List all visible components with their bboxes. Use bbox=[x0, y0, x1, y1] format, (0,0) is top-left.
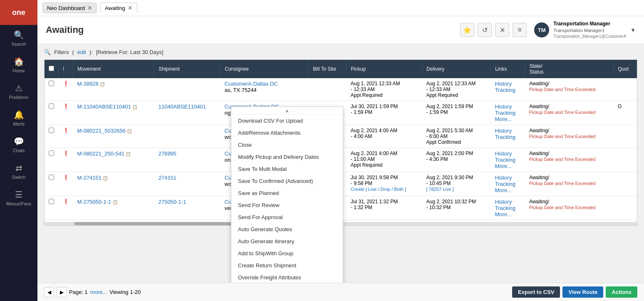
tracking-link[interactable]: Tracking bbox=[495, 87, 515, 93]
star-button[interactable]: ⭐ bbox=[460, 23, 474, 37]
user-details: Transportation Manager Transportation Ma… bbox=[553, 20, 626, 39]
more-link[interactable]: More... bbox=[495, 211, 512, 217]
row-checkbox[interactable] bbox=[49, 199, 54, 204]
app-logo: one bbox=[0, 0, 37, 25]
export-csv-button[interactable]: Export to CSV bbox=[512, 286, 560, 298]
more-link[interactable]: More... bbox=[495, 163, 512, 169]
more-link[interactable]: More... bbox=[495, 187, 512, 193]
menu-toggle-button[interactable]: ≡ bbox=[513, 23, 527, 37]
menu-item-save-multi-modal[interactable]: Save To Multi Modal bbox=[231, 163, 343, 175]
row-movement: M-080221_250-541 📋 bbox=[73, 148, 154, 172]
shipment-link[interactable]: 275050-1-1 bbox=[159, 199, 186, 205]
history-link[interactable]: History bbox=[495, 199, 512, 205]
row-checkbox[interactable] bbox=[49, 150, 54, 156]
sidebar-label-search: Search bbox=[12, 42, 26, 47]
row-quot: O bbox=[614, 101, 637, 125]
history-link[interactable]: History bbox=[495, 128, 512, 134]
menu-item-save-planned[interactable]: Save as Planned bbox=[231, 187, 343, 199]
menu-item-auto-itinerary[interactable]: Auto Generate Itinerary bbox=[231, 235, 343, 247]
row-movement: M-38928 📋 bbox=[73, 78, 154, 101]
row-exclamation: ❗ bbox=[59, 125, 73, 148]
movement-link[interactable]: M-274151 bbox=[77, 175, 102, 181]
menu-item-create-return[interactable]: Create Return Shipment bbox=[231, 259, 343, 271]
tracking-link[interactable]: Tracking bbox=[495, 205, 515, 211]
context-menu: ▲ Download CSV For Upload Add/Remove Att… bbox=[231, 106, 343, 283]
tracking-link[interactable]: Tracking bbox=[495, 157, 515, 163]
col-exclamation: ! bbox=[59, 60, 73, 78]
row-checkbox[interactable] bbox=[49, 81, 54, 86]
row-quot bbox=[614, 148, 637, 172]
actions-button[interactable]: Actions bbox=[606, 286, 637, 298]
sidebar-item-home[interactable]: 🏠 Home bbox=[0, 52, 37, 78]
movement-link[interactable]: M-080221_250-541 bbox=[77, 150, 124, 157]
row-state: Awaiting/Pickup Date and Time Exceeded bbox=[525, 78, 614, 101]
sidebar-item-menus[interactable]: ☰ Menus/Favs bbox=[0, 185, 37, 211]
view-route-button[interactable]: View Route bbox=[562, 286, 603, 298]
menu-item-download-csv[interactable]: Download CSV For Upload bbox=[231, 115, 343, 127]
history-link[interactable]: History bbox=[495, 150, 512, 157]
close-awaiting-icon[interactable]: ✕ bbox=[128, 5, 133, 11]
more-link[interactable]: More... bbox=[495, 116, 512, 122]
menu-item-add-remove-attachments[interactable]: Add/Remove Attachments bbox=[231, 127, 343, 139]
menu-item-send-review[interactable]: Send For Review bbox=[231, 199, 343, 211]
row-state: Awaiting/Pickup Date and Time Exceeded bbox=[525, 172, 614, 196]
menu-item-send-approval[interactable]: Send For Approval bbox=[231, 211, 343, 223]
history-link[interactable]: History bbox=[495, 104, 512, 110]
row-pickup: Jul 30, 2021 1:59 PM- 1:59 PM bbox=[347, 101, 422, 125]
tab-neo-dashboard[interactable]: Neo Dashboard ✕ bbox=[42, 2, 97, 13]
tracking-link[interactable]: Tracking bbox=[495, 110, 515, 116]
tracking-link[interactable]: Tracking bbox=[495, 181, 515, 187]
history-link[interactable]: History bbox=[495, 81, 512, 87]
more-pages-link[interactable]: more... bbox=[90, 289, 107, 295]
sidebar-item-alerts[interactable]: 🔔 Alerts bbox=[0, 105, 37, 131]
row-movement: M-080221_5032656 📋 bbox=[73, 125, 154, 148]
switch-icon: ⇄ bbox=[15, 163, 22, 173]
sidebar-item-chats[interactable]: 💬 Chats bbox=[0, 131, 37, 158]
user-avatar: TM bbox=[534, 22, 549, 37]
home-icon: 🏠 bbox=[14, 57, 24, 67]
shipment-link[interactable]: 11040ABSE110401 bbox=[159, 104, 206, 110]
refresh-button[interactable]: ↺ bbox=[478, 23, 492, 37]
movement-link[interactable]: M-080221_5032656 bbox=[77, 128, 126, 134]
page-title: Awaiting bbox=[46, 25, 84, 35]
sidebar-item-problems[interactable]: ⚠ Problems bbox=[0, 78, 37, 105]
row-pickup: Aug 2, 2021 4:00 AM- 4:00 AM bbox=[347, 125, 422, 148]
menu-item-save-confirmed[interactable]: Save To Confirmed (Advanced) bbox=[231, 175, 343, 187]
menu-item-close[interactable]: Close bbox=[231, 139, 343, 151]
consignee-link[interactable]: CustomerA-Dallas DC bbox=[225, 81, 278, 87]
row-delivery: Aug 2, 2021 10:32 PM- 10:32 PM bbox=[422, 196, 490, 220]
close-page-button[interactable]: ✕ bbox=[495, 23, 509, 37]
sidebar-item-switch[interactable]: ⇄ Switch bbox=[0, 158, 37, 185]
filters-edit-link[interactable]: edit bbox=[77, 49, 86, 55]
shipment-link[interactable]: 274151 bbox=[159, 175, 176, 181]
menu-item-modify-pickup[interactable]: Modify Pickup and Delivery Dates bbox=[231, 151, 343, 163]
user-dropdown-icon[interactable]: ▼ bbox=[630, 27, 636, 33]
page-header: Awaiting ⭐ ↺ ✕ ≡ TM Transportation Manag… bbox=[37, 16, 644, 44]
menu-item-override-freight[interactable]: Override Freight Attributes bbox=[231, 271, 343, 283]
tracking-link[interactable]: Tracking bbox=[495, 134, 515, 140]
row-checkbox[interactable] bbox=[49, 175, 54, 180]
menu-item-auto-quotes[interactable]: Auto Generate Quotes bbox=[231, 223, 343, 235]
header-actions: ⭐ ↺ ✕ ≡ TM Transportation Manager Transp… bbox=[460, 20, 636, 39]
movement-link[interactable]: M-275050-1-1 bbox=[77, 199, 111, 205]
filter-icon: 🔍 bbox=[44, 49, 51, 55]
user-info: TM Transportation Manager Transportation… bbox=[534, 20, 636, 39]
row-pickup: Jul 31, 2021 1:32 PM- 1:32 PM bbox=[347, 196, 422, 220]
row-delivery: Aug 2, 2021 2:00 PM- 4:30 PM bbox=[422, 148, 490, 172]
select-all-checkbox[interactable] bbox=[49, 66, 54, 71]
tab-awaiting[interactable]: Awaiting ✕ bbox=[100, 2, 137, 13]
movement-link[interactable]: M-11040ABSE110401 bbox=[77, 104, 131, 110]
history-link[interactable]: History bbox=[495, 175, 512, 181]
menu-item-add-shipwith[interactable]: Add to ShipWith Group bbox=[231, 247, 343, 259]
scroll-up-arrow[interactable]: ▲ bbox=[231, 107, 343, 115]
row-checkbox[interactable] bbox=[49, 128, 54, 133]
row-state: Awaiting/Pickup Date and Time Exceeded bbox=[525, 101, 614, 125]
row-checkbox[interactable] bbox=[49, 104, 54, 109]
prev-page-button[interactable]: ◀ bbox=[44, 287, 54, 297]
movement-link[interactable]: M-38928 bbox=[77, 81, 99, 87]
next-page-button[interactable]: ▶ bbox=[57, 287, 67, 297]
close-neo-dashboard-icon[interactable]: ✕ bbox=[87, 5, 92, 11]
shipment-link[interactable]: 276995 bbox=[159, 150, 176, 157]
sidebar-item-search[interactable]: 🔍 Search bbox=[0, 25, 37, 52]
row-delivery: Aug 2, 2021 12:33 AM- 12:33 AMAppt Requi… bbox=[422, 78, 490, 101]
